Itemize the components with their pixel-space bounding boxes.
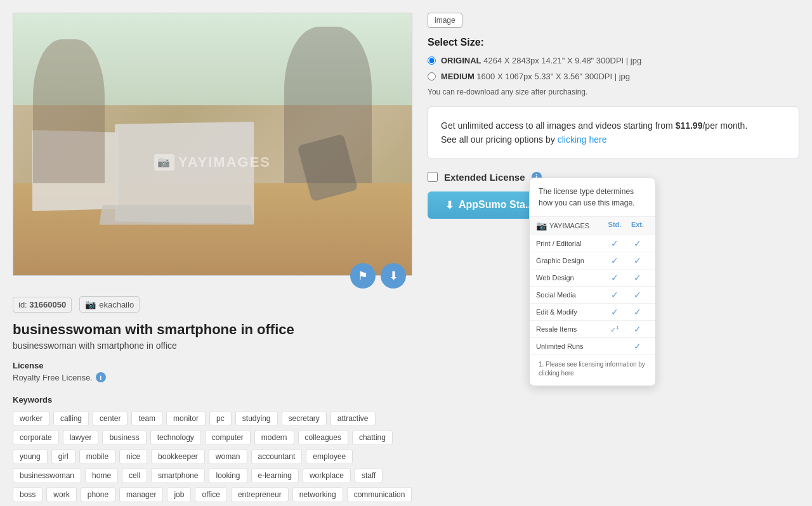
keyword-tag[interactable]: workplace — [303, 468, 351, 483]
tooltip-camera-icon: 📷 — [536, 221, 547, 231]
license-section: License Royalty Free License. i — [13, 361, 412, 382]
keyword-tag[interactable]: phone — [81, 487, 115, 502]
size-info-medium: 1600 X 1067px 5.33" X 3.56" 300DPI | jpg — [476, 72, 630, 81]
keyword-tag[interactable]: colleagues — [298, 430, 348, 445]
keyword-tag[interactable]: computer — [205, 430, 251, 445]
size-radio-original[interactable] — [428, 56, 436, 65]
keyword-tag[interactable]: center — [93, 411, 128, 426]
keyword-tag[interactable]: chatting — [352, 430, 393, 445]
keyword-tag[interactable]: secretary — [282, 411, 327, 426]
keyword-tag[interactable]: woman — [209, 449, 247, 464]
download-action-button[interactable]: ⬇ — [381, 263, 406, 289]
size-option-medium[interactable]: MEDIUM 1600 X 1067px 5.33" X 3.56" 300DP… — [428, 72, 799, 81]
keyword-tag[interactable]: cell — [122, 468, 147, 483]
keyword-tag[interactable]: monitor — [166, 411, 206, 426]
extended-license-checkbox[interactable] — [428, 172, 438, 182]
keyword-tag[interactable]: mobile — [79, 449, 115, 464]
ext-check: ✓ — [626, 341, 649, 351]
redownload-note: You can re-download any size after purch… — [428, 88, 799, 96]
watermark-icon: 📷 — [154, 154, 174, 171]
license-row-label: Edit & Modify — [536, 308, 603, 316]
keyword-tag[interactable]: entrepreneur — [231, 487, 289, 502]
keywords-list: workercallingcenterteammonitorpcstudying… — [13, 411, 412, 506]
keyword-tag[interactable]: e-learning — [251, 468, 299, 483]
keyword-tag[interactable]: attractive — [331, 411, 376, 426]
tooltip-logo: 📷 YAYIMAGES — [536, 221, 603, 231]
license-table-row: Print / Editorial ✓ ✓ — [530, 235, 655, 252]
keyword-tag[interactable]: young — [13, 449, 48, 464]
keyword-tag[interactable]: smartphone — [151, 468, 205, 483]
main-image: 📷 YAYIMAGES — [13, 13, 412, 276]
size-label-medium: MEDIUM 1600 X 1067px 5.33" X 3.56" 300DP… — [441, 72, 630, 81]
license-text: Royalty Free License. — [13, 373, 93, 382]
tooltip-footnote: 1. Please see licensing information by c… — [530, 355, 655, 380]
ext-check: ✓ — [626, 273, 649, 283]
keyword-tag[interactable]: modern — [254, 430, 294, 445]
keyword-tag[interactable]: studying — [235, 411, 278, 426]
tooltip-std-header: Std. — [603, 221, 626, 231]
license-info-icon[interactable]: i — [96, 372, 106, 382]
size-radio-medium[interactable] — [428, 72, 436, 81]
flag-button[interactable]: ⚑ — [350, 263, 376, 289]
keyword-tag[interactable]: staff — [355, 468, 383, 483]
keyword-tag[interactable]: job — [167, 487, 191, 502]
keyword-tag[interactable]: networking — [292, 487, 343, 502]
size-label-original: ORIGINAL 4264 X 2843px 14.21" X 9.48" 30… — [441, 56, 641, 65]
meta-row: id: 31660050 📷 ekachailo — [13, 296, 412, 313]
flag-icon: ⚑ — [358, 269, 368, 283]
keyword-tag[interactable]: home — [85, 468, 118, 483]
subscription-text-end: See all our pricing options by — [441, 134, 558, 145]
keyword-tag[interactable]: nice — [119, 449, 147, 464]
subscription-price: $11.99 — [676, 120, 703, 131]
left-panel: 📷 YAYIMAGES ⚑ ⬇ id: 31660050 — [13, 13, 412, 506]
ext-check: ✓ — [626, 324, 649, 334]
std-check-super: ✓1 — [603, 325, 626, 334]
image-type-badge: image — [428, 13, 462, 28]
keyword-tag[interactable]: looking — [209, 468, 247, 483]
keyword-tag[interactable]: communication — [347, 487, 412, 502]
std-check: ✓ — [603, 307, 626, 317]
keyword-tag[interactable]: office — [195, 487, 226, 502]
keyword-tag[interactable]: boss — [13, 487, 43, 502]
size-name-medium: MEDIUM — [441, 72, 475, 81]
author-badge[interactable]: 📷 ekachailo — [79, 296, 140, 313]
clicking-here-link[interactable]: clicking here — [558, 134, 607, 145]
camera-author-icon: 📷 — [85, 299, 96, 309]
keyword-tag[interactable]: corporate — [13, 430, 59, 445]
image-actions: ⚑ ⬇ — [13, 263, 412, 289]
keyword-tag[interactable]: employee — [306, 449, 353, 464]
std-check: ✓ — [603, 290, 626, 300]
ext-check: ✓ — [626, 307, 649, 317]
image-subtitle: businesswoman with smartphone in office — [13, 341, 412, 351]
keyword-tag[interactable]: calling — [53, 411, 89, 426]
license-table-row: Unlimited Runs ✓ — [530, 338, 655, 355]
license-row-label: Social Media — [536, 291, 603, 299]
license-value: Royalty Free License. i — [13, 372, 412, 382]
keyword-tag[interactable]: businesswoman — [13, 468, 81, 483]
size-option-original[interactable]: ORIGINAL 4264 X 2843px 14.21" X 9.48" 30… — [428, 56, 799, 65]
ext-check: ✓ — [626, 238, 649, 249]
size-options: ORIGINAL 4264 X 2843px 14.21" X 9.48" 30… — [428, 56, 799, 81]
subscription-text-start: Get unlimited access to all images and v… — [441, 120, 676, 131]
license-tooltip-popup: The license type determines how you can … — [529, 178, 656, 386]
keyword-tag[interactable]: work — [46, 487, 76, 502]
keyword-tag[interactable]: worker — [13, 411, 49, 426]
keyword-tag[interactable]: pc — [209, 411, 232, 426]
keyword-tag[interactable]: manager — [119, 487, 163, 502]
extended-license-label: Extended License — [444, 172, 525, 183]
license-table-row: Resale Items ✓1 ✓ — [530, 321, 655, 338]
watermark: 📷 YAYIMAGES — [154, 154, 271, 171]
keyword-tag[interactable]: lawyer — [63, 430, 99, 445]
keyword-tag[interactable]: business — [102, 430, 146, 445]
keyword-tag[interactable]: bookkeeper — [151, 449, 205, 464]
keyword-tag[interactable]: team — [131, 411, 162, 426]
license-row-label: Web Design — [536, 274, 603, 282]
keyword-tag[interactable]: girl — [51, 449, 75, 464]
std-check: ✓ — [603, 256, 626, 266]
tooltip-ext-header: Ext. — [626, 221, 649, 231]
keyword-tag[interactable]: accountant — [251, 449, 303, 464]
keyword-tag[interactable]: technology — [150, 430, 201, 445]
ext-check: ✓ — [626, 290, 649, 300]
id-label: id: — [18, 300, 27, 309]
license-table-row: Web Design ✓ ✓ — [530, 269, 655, 287]
